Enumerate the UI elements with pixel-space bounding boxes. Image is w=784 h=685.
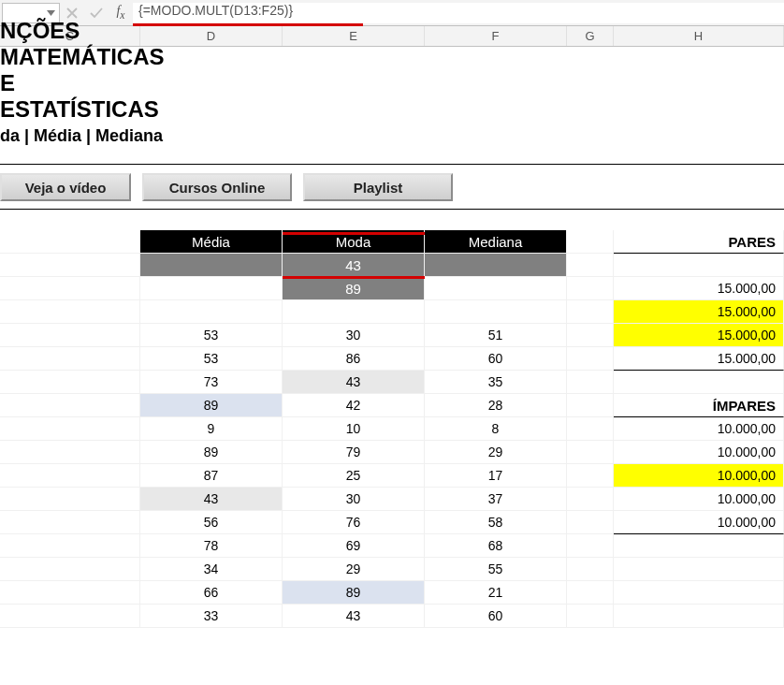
cell[interactable] [283,300,425,324]
cell-f[interactable]: 58 [425,511,567,534]
cell[interactable] [0,230,140,254]
worksheet-grid[interactable]: NÇÕES MATEMÁTICAS E ESTATÍSTICAS da | Mé… [0,47,784,628]
cell[interactable] [567,230,614,254]
cell[interactable] [0,581,140,605]
cell-e[interactable]: 43 [283,371,425,394]
cell[interactable] [0,371,140,394]
cell[interactable] [425,277,567,300]
cell[interactable] [0,534,140,558]
pares-3[interactable]: 15.000,00 [614,347,784,371]
cell-f[interactable]: 29 [425,441,567,464]
cell-d[interactable]: 73 [140,371,283,394]
cell[interactable] [567,300,614,324]
cell-d[interactable]: 9 [140,417,283,441]
cell[interactable] [567,371,614,394]
cell-f[interactable]: 60 [425,605,567,628]
cell-d[interactable]: 56 [140,511,283,534]
cell[interactable] [567,464,614,488]
stat-media[interactable] [140,254,283,277]
header-mediana[interactable]: Mediana [425,230,567,254]
cell[interactable] [0,464,140,488]
cell[interactable] [0,324,140,347]
cell[interactable] [425,300,567,324]
cell-f[interactable]: 17 [425,464,567,488]
cell[interactable] [614,605,784,628]
cell-d[interactable]: 78 [140,534,283,558]
cell[interactable] [567,488,614,511]
cell-e[interactable]: 69 [283,534,425,558]
cell[interactable] [567,347,614,371]
cell-d[interactable]: 33 [140,605,283,628]
cell-e[interactable]: 10 [283,417,425,441]
impares-label[interactable]: ÍMPARES [614,394,784,417]
cell[interactable] [567,511,614,534]
stat-moda-2[interactable]: 89 [283,277,425,300]
cell[interactable] [614,534,784,558]
cell[interactable] [0,488,140,511]
cell-d[interactable]: 34 [140,558,283,581]
stat-mediana[interactable] [425,254,567,277]
cell[interactable] [0,417,140,441]
cell[interactable] [567,394,614,417]
impares-4[interactable]: 10.000,00 [614,511,784,534]
cell[interactable] [614,558,784,581]
impares-3[interactable]: 10.000,00 [614,488,784,511]
impares-0[interactable]: 10.000,00 [614,417,784,441]
cell[interactable] [0,394,140,417]
cell-e[interactable]: 89 [283,581,425,605]
cell-d[interactable]: 53 [140,324,283,347]
cell[interactable] [0,277,140,300]
cell[interactable] [140,300,283,324]
cell-d[interactable]: 43 [140,488,283,511]
col-header-g[interactable]: G [567,26,614,46]
cell[interactable] [567,605,614,628]
cell[interactable] [567,254,614,277]
playlist-button[interactable]: Playlist [303,173,453,201]
cell[interactable] [0,558,140,581]
pares-label[interactable]: PARES [614,230,784,254]
cell-f[interactable]: 35 [425,371,567,394]
pares-0[interactable]: 15.000,00 [614,277,784,300]
pares-2[interactable]: 15.000,00 [614,324,784,347]
cell-f[interactable]: 8 [425,417,567,441]
cell-f[interactable]: 60 [425,347,567,371]
courses-button[interactable]: Cursos Online [142,173,292,201]
col-header-h[interactable]: H [614,26,784,46]
formula-input[interactable]: {=MODO.MULT(D13:F25)} [133,3,784,23]
cell-e[interactable]: 25 [283,464,425,488]
cell-e[interactable]: 42 [283,394,425,417]
cell-d[interactable]: 89 [140,441,283,464]
cell[interactable] [0,254,140,277]
cell[interactable] [567,581,614,605]
cell[interactable] [567,441,614,464]
cell-e[interactable]: 43 [283,605,425,628]
cell-e[interactable]: 79 [283,441,425,464]
header-media[interactable]: Média [140,230,283,254]
cell[interactable] [567,534,614,558]
cell[interactable] [140,277,283,300]
col-header-e[interactable]: E [283,26,425,46]
cell-f[interactable]: 51 [425,324,567,347]
cell-f[interactable]: 21 [425,581,567,605]
pares-1[interactable]: 15.000,00 [614,300,784,324]
cell-e[interactable]: 29 [283,558,425,581]
cell[interactable] [614,254,784,277]
cell[interactable] [567,324,614,347]
cell[interactable] [614,581,784,605]
cell[interactable] [0,605,140,628]
cell[interactable] [0,511,140,534]
cell-d[interactable]: 89 [140,394,283,417]
video-button[interactable]: Veja o vídeo [0,173,131,201]
cell-e[interactable]: 30 [283,488,425,511]
cell-d[interactable]: 66 [140,581,283,605]
cell-e[interactable]: 30 [283,324,425,347]
cell-d[interactable]: 87 [140,464,283,488]
cell-e[interactable]: 86 [283,347,425,371]
stat-moda-1[interactable]: 43 [283,254,425,277]
impares-1[interactable]: 10.000,00 [614,441,784,464]
col-header-f[interactable]: F [425,26,567,46]
cell[interactable] [567,277,614,300]
cell[interactable] [567,417,614,441]
cell[interactable] [0,347,140,371]
cell[interactable] [614,371,784,394]
